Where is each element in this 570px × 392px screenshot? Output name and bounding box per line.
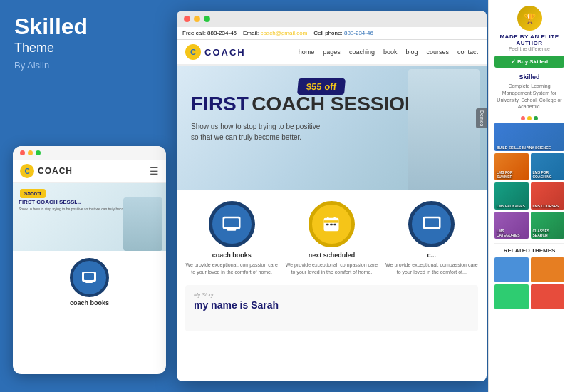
dot-3	[534, 116, 538, 120]
monitor-icon	[221, 214, 242, 235]
nav-links: home pages coaching book blog courses co…	[299, 48, 478, 56]
related-thumb-2[interactable]	[531, 257, 565, 282]
nav-pages[interactable]: pages	[323, 48, 341, 56]
svg-rect-2	[84, 273, 94, 280]
feature-title-3: c...	[385, 252, 478, 259]
mobile-dot-red	[20, 150, 25, 155]
browser-mockup: Free call: 888-234-45 Email: coach@gmail…	[177, 11, 487, 381]
left-sidebar: Skilled Theme By Aislin C COACH ☰ $55off…	[0, 0, 175, 392]
svg-rect-7	[324, 220, 339, 223]
browser-nav: C COACH home pages coaching book blog co…	[177, 40, 487, 66]
brand-author: By Aislin	[14, 60, 160, 71]
theme-thumb-lms-categories[interactable]: LMS CATEGORIES	[494, 212, 529, 239]
feature-coach-books: coach books We provide exceptional, comp…	[185, 201, 278, 276]
feature-desc-1: We provide exceptional, compassion care …	[185, 262, 278, 276]
svg-rect-12	[334, 223, 337, 225]
nav-book[interactable]: book	[383, 48, 398, 56]
nav-contact[interactable]: contact	[457, 48, 478, 56]
trophy-icon: 🏆	[524, 13, 536, 24]
theme-label-coaching: LMS FOR COACHING	[533, 171, 563, 179]
skilled-title: Skilled	[494, 73, 564, 81]
feature-circle-yellow	[309, 201, 355, 247]
mobile-nav: C COACH ☰	[13, 160, 166, 183]
nav-courses[interactable]: courses	[426, 48, 449, 56]
author-header: 🏆 MADE BY AN ELITE AUTHOR Feel the diffe…	[494, 6, 564, 68]
features-section: coach books We provide exceptional, comp…	[177, 190, 487, 282]
monitor-icon-2	[421, 214, 442, 235]
mobile-feature-icon	[70, 258, 109, 297]
related-thumb-1[interactable]	[494, 257, 529, 282]
email-label: Email:	[243, 30, 259, 36]
svg-rect-1	[86, 282, 93, 283]
theme-label-summer: LMS FOR SUMMER	[497, 171, 527, 179]
right-panel: 🏆 MADE BY AN ELITE AUTHOR Feel the diffe…	[488, 0, 570, 392]
mobile-mockup: C COACH ☰ $55off FIRST COACH SESSI... Sh…	[13, 146, 166, 374]
hero-section: $55 off FIRST COACH SESSION Show us how …	[177, 66, 487, 190]
nav-logo-text: COACH	[204, 47, 246, 58]
related-themes-title: RELATED THEMES	[494, 243, 564, 254]
theme-label-courses: LMS COURSES	[533, 205, 559, 209]
theme-thumb-full[interactable]: Build skills in any science	[494, 123, 564, 151]
theme-thumb-lms-courses[interactable]: LMS COURSES	[531, 182, 565, 210]
theme-label-1: Build skills in any science	[497, 146, 551, 150]
free-call-value: Free call: 888-234-45	[182, 30, 237, 36]
related-thumb-4[interactable]	[531, 284, 565, 309]
mobile-top-bar	[13, 146, 166, 160]
made-by-label: MADE BY AN ELITE AUTHOR	[494, 33, 564, 46]
nav-logo: C COACH	[185, 44, 246, 60]
theme-thumb-lms-coaching[interactable]: LMS FOR COACHING	[531, 153, 565, 180]
skilled-desc: Complete Learning Management System for …	[494, 83, 564, 110]
theme-label-packages: LMS PACKAGES	[497, 205, 525, 209]
theme-thumb-lms-summer[interactable]: LMS FOR SUMMER	[494, 153, 529, 180]
feature-desc-2: We provide exceptional, compassion care …	[285, 262, 378, 276]
feature-next-scheduled: next scheduled We provide exceptional, c…	[285, 201, 378, 276]
hero-first-word: FIRST	[191, 93, 249, 115]
mobile-icon-section: coach books	[13, 251, 166, 310]
nav-home[interactable]: home	[299, 48, 315, 56]
feel-diff-text: Feel the difference	[494, 46, 564, 51]
related-thumb-3[interactable]	[494, 284, 529, 309]
calendar-icon	[321, 215, 341, 234]
svg-rect-5	[224, 218, 239, 227]
mobile-logo-text: COACH	[38, 166, 73, 176]
theme-grid: LMS FOR SUMMER LMS FOR COACHING LMS PACK…	[494, 153, 564, 239]
dot-1	[521, 116, 525, 120]
feature-title-1: coach books	[185, 252, 278, 259]
hamburger-icon[interactable]: ☰	[150, 165, 159, 177]
email-value: coach@gmail.com	[260, 30, 307, 36]
author-badge-icon: 🏆	[517, 6, 542, 31]
mobile-hero-badge: $55off	[20, 189, 46, 198]
brand-subtitle: Theme	[14, 41, 160, 56]
browser-top-bar	[177, 11, 487, 27]
hero-desc: Show us how to stop trying to be positiv…	[191, 121, 419, 143]
dots-indicator	[494, 116, 564, 120]
story-heading: my name is Sarah	[194, 299, 470, 311]
feature-circle-blue	[209, 201, 255, 247]
browser-dot-green	[204, 16, 210, 22]
dot-2	[527, 116, 532, 120]
theme-thumb-classes-search[interactable]: CLASSES SEARCH	[531, 212, 565, 239]
cell-label: Cell phone:	[314, 30, 342, 36]
related-grid	[494, 257, 564, 309]
mobile-logo-circle: C	[20, 164, 34, 178]
nav-coaching[interactable]: coaching	[349, 48, 375, 56]
theme-thumb-lms-packages[interactable]: LMS PACKAGES	[494, 182, 529, 210]
svg-rect-11	[331, 223, 333, 225]
theme-label-categories: LMS CATEGORIES	[497, 229, 527, 237]
browser-dot-red	[184, 16, 190, 22]
nav-blog[interactable]: blog	[405, 48, 418, 56]
cell-value: 888-234-46	[344, 30, 373, 36]
hero-coach-session: COACH SESSION	[252, 93, 419, 115]
mobile-hero-image	[123, 197, 162, 251]
mobile-feature-label: coach books	[70, 299, 109, 306]
feature-title-2: next scheduled	[285, 252, 378, 259]
story-label: My Story	[194, 292, 470, 297]
svg-rect-14	[425, 218, 439, 227]
demos-tab[interactable]: Demos	[476, 108, 487, 128]
hero-desc-line1: Show us how to stop trying to be positiv…	[191, 121, 419, 132]
mobile-dot-green	[36, 150, 41, 155]
buy-button[interactable]: ✓ Buy Skilled	[494, 56, 564, 68]
mobile-logo: C COACH	[20, 164, 73, 178]
mobile-coach-text: COACH SESSI...	[36, 199, 81, 205]
nav-logo-circle: C	[185, 44, 201, 60]
